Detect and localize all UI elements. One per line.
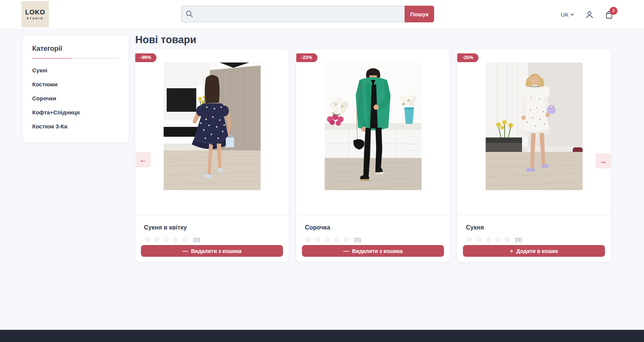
star-icon: ☆ bbox=[333, 236, 340, 243]
categories-panel: Категорії Сукні Костюми Сорочки Кофта+Сп… bbox=[23, 36, 128, 142]
discount-badge: -25% bbox=[457, 53, 478, 62]
product-card: -25% bbox=[457, 50, 611, 262]
rating-count: (0) bbox=[193, 236, 200, 243]
product-photo-green-shirt bbox=[325, 62, 422, 190]
logo-text: LOKO bbox=[25, 9, 45, 16]
button-label: Видалити з кошика bbox=[191, 248, 242, 254]
logo[interactable]: LOKO STUDIO bbox=[22, 1, 49, 27]
star-icon: ☆ bbox=[343, 236, 350, 243]
add-to-cart-button[interactable]: + Додати в кошик bbox=[463, 245, 605, 257]
rating-count: (0) bbox=[354, 236, 361, 243]
star-icon: ☆ bbox=[163, 236, 170, 243]
star-icon: ☆ bbox=[172, 236, 179, 243]
star-icon: ☆ bbox=[475, 236, 482, 243]
product-title[interactable]: Сукня bbox=[466, 224, 602, 231]
arrow-right-icon: → bbox=[599, 156, 607, 166]
product-image[interactable] bbox=[457, 62, 611, 216]
minus-icon: — bbox=[343, 248, 349, 254]
star-icon: ☆ bbox=[314, 236, 321, 243]
product-card: -23% bbox=[296, 50, 450, 262]
categories-divider bbox=[32, 58, 119, 59]
sidebar-item-suit-3[interactable]: Костюм 3-Ка bbox=[32, 119, 119, 133]
sidebar-item-shirts[interactable]: Сорочки bbox=[32, 91, 119, 105]
discount-badge: -23% bbox=[296, 53, 317, 62]
search-button[interactable]: Пошук bbox=[405, 6, 434, 22]
button-label: Видалити з кошика bbox=[352, 248, 403, 254]
remove-from-cart-button[interactable]: — Видалити з кошика bbox=[141, 245, 283, 257]
sidebar-item-suits[interactable]: Костюми bbox=[32, 77, 119, 91]
product-photo-navy-dress bbox=[164, 62, 261, 190]
footer bbox=[0, 330, 644, 342]
star-icon: ☆ bbox=[494, 236, 501, 243]
sidebar-item-top-skirt[interactable]: Кофта+Спідниця bbox=[32, 105, 119, 119]
star-icon: ☆ bbox=[466, 236, 473, 243]
user-icon[interactable] bbox=[585, 10, 594, 19]
carousel-prev-button[interactable]: ← bbox=[136, 152, 151, 167]
plus-icon: + bbox=[510, 248, 513, 254]
search-bar: Пошук bbox=[181, 6, 434, 22]
discount-badge: -99% bbox=[135, 53, 156, 62]
minus-icon: — bbox=[182, 248, 188, 254]
header: LOKO STUDIO Пошук UK 2 bbox=[0, 0, 644, 29]
page-title: Нові товари bbox=[135, 34, 196, 46]
cart-count-badge: 2 bbox=[610, 7, 617, 15]
sidebar-item-dresses[interactable]: Сукні bbox=[32, 63, 119, 77]
arrow-left-icon: ← bbox=[139, 155, 147, 164]
product-card: -99% bbox=[135, 50, 289, 262]
product-rating: ☆ ☆ ☆ ☆ ☆ (0) bbox=[144, 236, 280, 243]
carousel-next-button[interactable]: → bbox=[596, 153, 611, 169]
product-title[interactable]: Сорочка bbox=[305, 224, 441, 231]
logo-subtext: STUDIO bbox=[27, 17, 44, 20]
star-icon: ☆ bbox=[485, 236, 492, 243]
star-icon: ☆ bbox=[504, 236, 511, 243]
product-image[interactable] bbox=[296, 62, 450, 216]
product-image[interactable] bbox=[135, 62, 289, 216]
language-selector[interactable]: UK bbox=[561, 11, 574, 18]
star-icon: ☆ bbox=[144, 236, 151, 243]
star-icon: ☆ bbox=[305, 236, 312, 243]
search-icon bbox=[185, 10, 194, 18]
remove-from-cart-button[interactable]: — Видалити з кошика bbox=[302, 245, 444, 257]
search-input[interactable] bbox=[181, 6, 405, 22]
product-photo-white-dress bbox=[486, 62, 583, 190]
rating-count: (0) bbox=[515, 236, 522, 243]
product-rating: ☆ ☆ ☆ ☆ ☆ (0) bbox=[466, 236, 602, 243]
main-content: Категорії Сукні Костюми Сорочки Кофта+Сп… bbox=[0, 29, 644, 330]
star-icon: ☆ bbox=[182, 236, 189, 243]
language-label: UK bbox=[561, 11, 569, 18]
star-icon: ☆ bbox=[324, 236, 331, 243]
button-label: Додати в кошик bbox=[516, 248, 558, 254]
product-title[interactable]: Сукня в квітку bbox=[144, 224, 280, 231]
star-icon: ☆ bbox=[153, 236, 160, 243]
chevron-down-icon bbox=[570, 13, 574, 16]
product-carousel: -99% bbox=[135, 50, 611, 262]
product-rating: ☆ ☆ ☆ ☆ ☆ (0) bbox=[305, 236, 441, 243]
cart-button[interactable]: 2 bbox=[605, 10, 614, 19]
categories-title: Категорії bbox=[32, 45, 119, 53]
